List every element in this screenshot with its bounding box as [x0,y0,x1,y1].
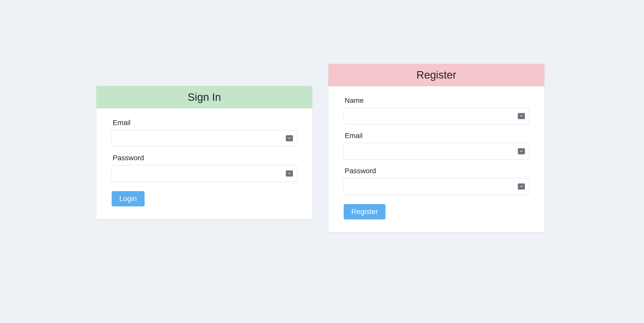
register-email-group: Email [344,132,529,160]
autofill-icon[interactable] [286,135,293,141]
register-password-label: Password [344,167,529,175]
signin-header: Sign In [96,86,312,108]
signin-email-input[interactable] [112,130,297,147]
register-name-group: Name [344,96,529,125]
register-name-input[interactable] [344,108,529,125]
signin-title: Sign In [188,91,221,103]
register-button[interactable]: Register [344,204,385,219]
signin-email-group: Email [112,119,297,147]
register-email-label: Email [344,132,529,140]
register-body: Name Email Password Register [328,86,544,232]
register-name-label: Name [344,96,529,105]
register-email-wrapper [344,143,529,160]
register-password-input[interactable] [344,178,529,195]
register-email-input[interactable] [344,143,529,160]
register-name-wrapper [344,108,529,125]
signin-card: Sign In Email Password Login [96,86,312,219]
autofill-icon[interactable] [518,113,525,119]
register-password-group: Password [344,167,529,195]
login-button[interactable]: Login [112,191,145,206]
register-card: Register Name Email Password Register [328,64,544,232]
signin-email-label: Email [112,119,297,127]
signin-password-label: Password [112,154,297,162]
signin-email-wrapper [112,130,297,147]
autofill-icon[interactable] [518,148,525,154]
register-header: Register [328,64,544,86]
signin-password-wrapper [112,165,297,182]
register-password-wrapper [344,178,529,195]
signin-body: Email Password Login [96,108,312,219]
signin-password-input[interactable] [112,165,297,182]
autofill-icon[interactable] [286,170,293,177]
signin-password-group: Password [112,154,297,182]
register-title: Register [416,69,456,81]
autofill-icon[interactable] [518,183,525,190]
